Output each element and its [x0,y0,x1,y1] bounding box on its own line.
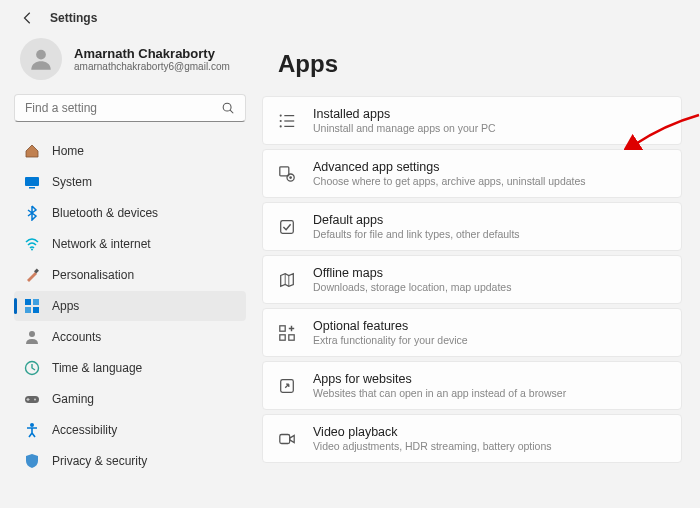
search-icon [221,101,235,115]
system-icon [24,174,40,190]
main-content: Apps Installed appsUninstall and manage … [256,30,700,508]
cards-list: Installed appsUninstall and manage apps … [256,96,682,463]
avatar [20,38,62,80]
sidebar-item-label: Personalisation [52,268,134,282]
search-input[interactable] [25,101,221,115]
bluetooth-icon [24,205,40,221]
svg-point-0 [36,50,46,60]
card-desc: Defaults for file and link types, other … [313,228,520,240]
sidebar-item-network-internet[interactable]: Network & internet [14,229,246,259]
list-icon [277,111,297,131]
sidebar-item-label: Network & internet [52,237,151,251]
svg-rect-28 [280,325,285,330]
sidebar-item-label: Accounts [52,330,101,344]
svg-rect-4 [29,187,35,189]
sidebar-item-apps[interactable]: Apps [14,291,246,321]
sidebar-item-privacy-security[interactable]: Privacy & security [14,446,246,476]
svg-point-1 [223,103,231,111]
card-title: Optional features [313,319,468,333]
sidebar-item-label: Bluetooth & devices [52,206,158,220]
card-video-playback[interactable]: Video playbackVideo adjustments, HDR str… [262,414,682,463]
card-desc: Websites that can open in an app instead… [313,387,566,399]
sidebar: Amarnath Chakraborty amarnathchakraborty… [0,30,256,508]
sidebar-item-time-language[interactable]: Time & language [14,353,246,383]
svg-rect-7 [25,299,31,305]
search-box[interactable] [14,94,246,122]
map-icon [277,270,297,290]
svg-point-5 [31,249,33,251]
svg-point-16 [280,114,282,116]
svg-rect-32 [280,434,290,443]
back-button[interactable] [20,10,36,26]
sidebar-item-bluetooth-devices[interactable]: Bluetooth & devices [14,198,246,228]
gamepad-icon [24,391,40,407]
svg-rect-3 [25,177,39,186]
card-installed-apps[interactable]: Installed appsUninstall and manage apps … [262,96,682,145]
card-offline-maps[interactable]: Offline mapsDownloads, storage location,… [262,255,682,304]
brush-icon [24,267,40,283]
accessibility-icon [24,422,40,438]
card-title: Video playback [313,425,552,439]
svg-rect-10 [33,307,39,313]
sidebar-item-label: Home [52,144,84,158]
svg-rect-30 [289,334,294,339]
svg-rect-8 [33,299,39,305]
card-title: Offline maps [313,266,511,280]
card-default-apps[interactable]: Default appsDefaults for file and link t… [262,202,682,251]
plus-grid-icon [277,323,297,343]
card-desc: Video adjustments, HDR streaming, batter… [313,440,552,452]
apps-icon [24,298,40,314]
nav-list: HomeSystemBluetooth & devicesNetwork & i… [14,136,246,476]
sidebar-item-system[interactable]: System [14,167,246,197]
sidebar-item-personalisation[interactable]: Personalisation [14,260,246,290]
user-name: Amarnath Chakraborty [74,46,230,61]
card-optional-features[interactable]: Optional featuresExtra functionality for… [262,308,682,357]
svg-rect-9 [25,307,31,313]
svg-point-11 [29,331,35,337]
share-icon [277,376,297,396]
sidebar-item-label: Gaming [52,392,94,406]
svg-point-17 [280,119,282,121]
card-title: Apps for websites [313,372,566,386]
wifi-icon [24,236,40,252]
clock-icon [24,360,40,376]
user-block[interactable]: Amarnath Chakraborty amarnathchakraborty… [14,30,246,94]
card-title: Default apps [313,213,520,227]
default-icon [277,217,297,237]
sidebar-item-accounts[interactable]: Accounts [14,322,246,352]
sidebar-item-label: Privacy & security [52,454,147,468]
sidebar-item-accessibility[interactable]: Accessibility [14,415,246,445]
card-title: Advanced app settings [313,160,586,174]
sidebar-item-gaming[interactable]: Gaming [14,384,246,414]
page-title: Apps [256,34,682,96]
card-desc: Extra functionality for your device [313,334,468,346]
card-desc: Uninstall and manage apps on your PC [313,122,496,134]
sidebar-item-label: Time & language [52,361,142,375]
sidebar-item-home[interactable]: Home [14,136,246,166]
svg-rect-29 [280,334,285,339]
svg-rect-25 [281,220,294,233]
video-icon [277,429,297,449]
svg-line-2 [230,110,233,113]
svg-point-24 [289,176,292,179]
sidebar-item-label: Apps [52,299,79,313]
gear-app-icon [277,164,297,184]
card-desc: Downloads, storage location, map updates [313,281,511,293]
svg-point-18 [280,125,282,127]
svg-point-15 [30,423,34,427]
card-apps-for-websites[interactable]: Apps for websitesWebsites that can open … [262,361,682,410]
card-desc: Choose where to get apps, archive apps, … [313,175,586,187]
card-title: Installed apps [313,107,496,121]
svg-point-14 [34,399,36,401]
sidebar-item-label: Accessibility [52,423,117,437]
user-email: amarnathchakraborty6@gmail.com [74,61,230,72]
header-bar: Settings [0,0,700,30]
card-advanced-app-settings[interactable]: Advanced app settingsChoose where to get… [262,149,682,198]
home-icon [24,143,40,159]
account-icon [24,329,40,345]
shield-icon [24,453,40,469]
svg-rect-22 [280,166,289,175]
header-title: Settings [50,11,97,25]
sidebar-item-label: System [52,175,92,189]
